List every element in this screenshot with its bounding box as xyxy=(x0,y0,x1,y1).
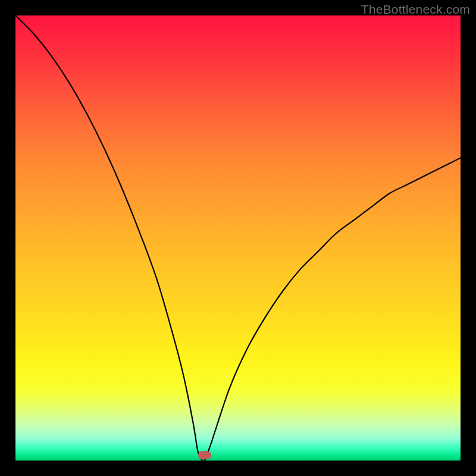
optimum-marker xyxy=(198,451,211,459)
chart-area xyxy=(15,15,461,461)
bottleneck-curve xyxy=(15,15,461,461)
watermark-text: TheBottleneck.com xyxy=(361,2,470,17)
